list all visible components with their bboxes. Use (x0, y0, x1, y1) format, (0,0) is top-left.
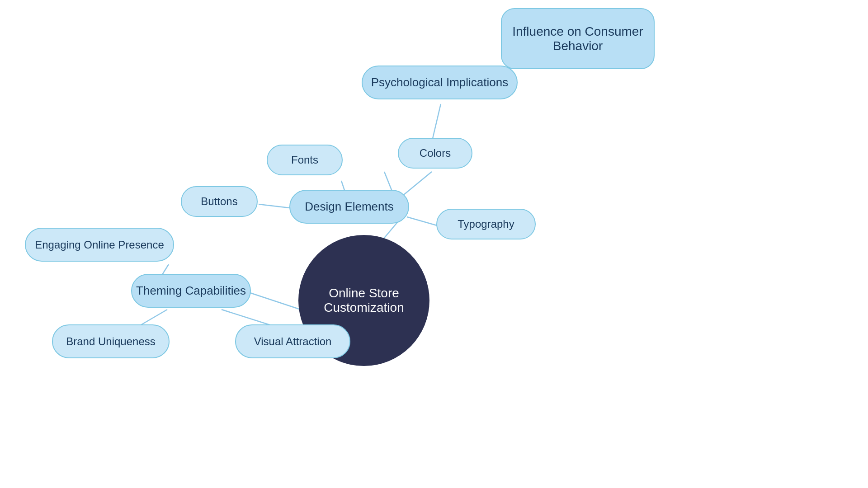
typography-node[interactable]: Typography (436, 209, 536, 239)
fonts-label: Fonts (291, 154, 318, 166)
svg-line-10 (222, 310, 271, 325)
brand-uniqueness-label: Brand Uniqueness (66, 335, 155, 348)
buttons-label: Buttons (201, 195, 237, 208)
buttons-node[interactable]: Buttons (181, 186, 258, 217)
center-label: Online Store Customization (298, 286, 429, 315)
design-elements-node[interactable]: Design Elements (289, 190, 409, 224)
visual-attraction-label: Visual Attraction (254, 335, 332, 348)
psychological-implications-node[interactable]: Psychological Implications (362, 66, 518, 99)
colors-node[interactable]: Colors (398, 138, 472, 169)
visual-attraction-node[interactable]: Visual Attraction (235, 324, 350, 358)
psychological-implications-label: Psychological Implications (371, 75, 508, 89)
svg-line-5 (432, 104, 441, 142)
theming-capabilities-node[interactable]: Theming Capabilities (131, 274, 251, 308)
theming-capabilities-label: Theming Capabilities (136, 284, 246, 298)
brand-uniqueness-node[interactable]: Brand Uniqueness (52, 324, 170, 358)
colors-label: Colors (420, 147, 451, 160)
engaging-online-presence-label: Engaging Online Presence (35, 239, 164, 251)
engaging-online-presence-node[interactable]: Engaging Online Presence (25, 228, 174, 262)
design-elements-label: Design Elements (305, 200, 394, 214)
svg-line-9 (140, 310, 167, 325)
fonts-node[interactable]: Fonts (267, 145, 343, 175)
typography-label: Typography (458, 218, 514, 230)
influence-consumer-behavior-node[interactable]: Influence on Consumer Behavior (501, 8, 655, 69)
influence-consumer-behavior-label: Influence on Consumer Behavior (502, 24, 654, 53)
svg-line-4 (407, 217, 439, 226)
